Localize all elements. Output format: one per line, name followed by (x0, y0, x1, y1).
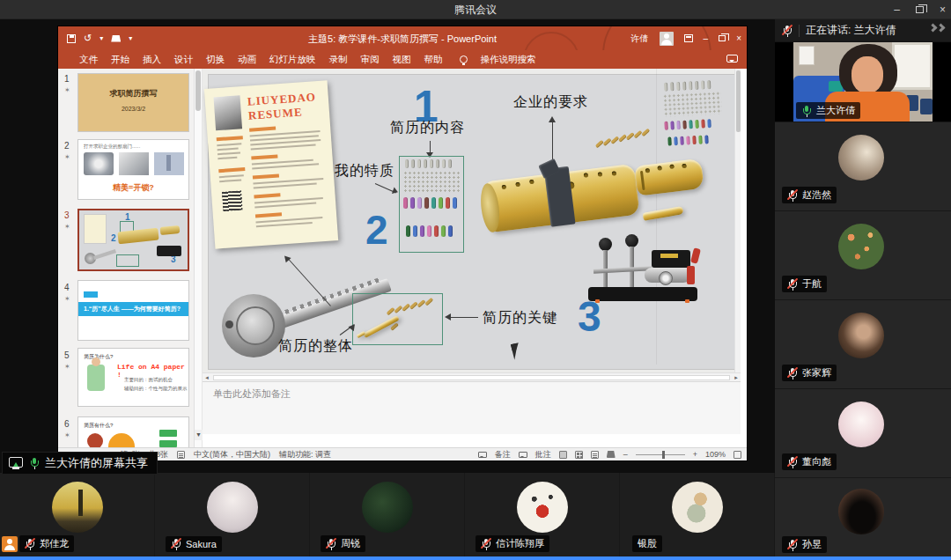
participant-tile[interactable]: 赵浩然 (775, 122, 951, 210)
participant-tile[interactable]: Sakura (155, 473, 310, 556)
save-icon[interactable] (67, 34, 76, 43)
tab-review[interactable]: 审阅 (361, 54, 380, 66)
minimize-icon[interactable]: – (894, 4, 900, 16)
comments-toggle[interactable]: 批注 (535, 449, 551, 461)
slide-thumb-4[interactable]: 1.“历”尽人生 ——为何需要好简历? (77, 280, 189, 341)
speaking-label: 正在讲话: 兰大许倩 (806, 23, 896, 38)
slide5-goal-2: 辅助目的：个性与能力的展示 (124, 386, 188, 392)
ppt-close-icon[interactable]: × (736, 33, 741, 43)
pin-box-key (352, 293, 443, 345)
scroll-down-button[interactable]: ▼ (195, 430, 203, 440)
mic-muted-icon (171, 538, 181, 550)
slide1-title: 求职简历撰写 (78, 88, 188, 99)
language-status[interactable]: 中文(简体，中国大陆) (194, 449, 270, 461)
slide-horizontal-scrollbar[interactable]: ◂ ▸ (203, 372, 741, 381)
colored-pins-row (402, 197, 458, 213)
fit-to-window-icon[interactable] (734, 451, 741, 459)
tab-home[interactable]: 开始 (111, 54, 129, 66)
participant-tile[interactable]: 于航 (775, 210, 951, 299)
participant-tile[interactable]: 周锐 (310, 473, 465, 556)
notes-pane[interactable]: 单击此处添加备注 (203, 381, 741, 434)
slide-number: 6 (64, 419, 70, 429)
slide6-green-box (159, 430, 177, 437)
tab-help[interactable]: 帮助 (424, 54, 443, 66)
slide-thumb-3-selected[interactable]: 1 2 3 (77, 209, 189, 271)
lock-plug (633, 152, 708, 201)
slide-vertical-scrollbar[interactable] (734, 69, 741, 372)
participant-name: 于航 (802, 277, 822, 291)
spellcheck-icon[interactable] (177, 451, 185, 459)
number-2: 2 (365, 210, 388, 250)
slide-thumb-6[interactable]: 简历有什么? (77, 416, 189, 447)
zoom-level[interactable]: 109% (705, 450, 726, 459)
ppt-statusbar: 第3张，共8张 中文(简体，中国大陆) 辅助功能: 调查 备注 批注 – (58, 447, 747, 461)
mic-active-icon (29, 457, 40, 469)
ppt-minimize-icon[interactable]: – (704, 33, 709, 43)
restore-icon[interactable] (916, 6, 924, 13)
accessibility-status[interactable]: 辅助功能: 调查 (279, 449, 331, 461)
tab-view[interactable]: 视图 (393, 54, 411, 66)
tab-slideshow[interactable]: 幻灯片放映 (269, 54, 316, 66)
tab-insert[interactable]: 插入 (143, 54, 161, 66)
panel-scrollbar[interactable]: ▼ (195, 69, 203, 447)
animation-star-icon: ✶ (64, 363, 70, 371)
view-normal-button[interactable] (559, 451, 567, 459)
slide-number: 3 (64, 210, 70, 220)
tab-animations[interactable]: 动画 (238, 54, 256, 66)
slide-thumb-2[interactable]: 打开求职企业的那扇门...... 精美=开锁? (77, 139, 189, 200)
my-mic-muted-icon[interactable] (782, 25, 792, 37)
slide2-caption: 精美=开锁? (78, 182, 188, 194)
undo-icon[interactable]: ↺ (84, 33, 92, 43)
chevron-right-icon (937, 24, 946, 33)
mic-muted-icon (787, 367, 798, 379)
avatar (838, 135, 884, 181)
mic-muted-icon (481, 538, 491, 550)
notes-toggle[interactable]: 备注 (495, 449, 511, 461)
zoom-out-button[interactable]: – (623, 450, 628, 459)
resume-title: RESUME (248, 105, 304, 122)
tab-transitions[interactable]: 切换 (206, 54, 225, 66)
colored-pins-row (404, 225, 453, 241)
tab-design[interactable]: 设计 (174, 54, 193, 66)
slide-number: 5 (64, 350, 70, 360)
view-slideshow-button[interactable] (607, 451, 616, 458)
account-name[interactable]: 许倩 (631, 33, 649, 45)
tab-record[interactable]: 录制 (329, 54, 348, 66)
ppt-titlebar: ↺ ▾ ▾ 主题5: 教学课件-求职简历撰写 - PowerPoint 许倩 –… (58, 26, 747, 50)
bottom-participant-strip: 郑佳龙 Sakura 周锐 (0, 473, 775, 556)
account-avatar[interactable] (660, 32, 674, 46)
slide-thumb-1[interactable]: 求职简历撰写 2023/3/2 (77, 73, 189, 132)
customize-qat-icon[interactable]: ▾ (129, 34, 132, 42)
ppt-restore-icon[interactable] (719, 35, 726, 41)
lock-face-image (84, 152, 114, 175)
notes-toggle-icon (478, 452, 487, 458)
view-sorter-button[interactable] (575, 451, 583, 459)
tell-me-search[interactable]: 操作说明搜索 (481, 54, 536, 66)
chevron-down-icon[interactable]: ▾ (100, 34, 103, 42)
view-reading-button[interactable] (591, 451, 599, 459)
resume-image: LIUYEDAO RESUME (204, 80, 338, 248)
pin-rod-image (119, 152, 149, 175)
slide5-person-image (87, 365, 105, 391)
start-slideshow-icon[interactable] (111, 35, 121, 42)
resume-photo (213, 95, 242, 130)
zoom-slider[interactable] (636, 454, 685, 455)
comments-icon[interactable] (726, 55, 738, 63)
speaker-video-tile[interactable]: 兰大许倩 (775, 42, 951, 122)
collapse-sidebar-button[interactable] (930, 25, 944, 31)
participant-tile[interactable]: 信计陈翔厚 (465, 473, 620, 556)
slide-canvas[interactable]: LIUYEDAO RESUME (203, 69, 741, 372)
close-icon[interactable]: × (940, 4, 946, 16)
participant-tile[interactable]: 银殷 (620, 473, 775, 556)
slide-thumb-5[interactable]: 简历为什么? Life on A4 paper ! 主要目的：面试的机会 辅助目… (77, 348, 189, 407)
participant-tile[interactable]: 董向彪 (775, 388, 951, 477)
ribbon-display-icon[interactable] (684, 34, 693, 42)
participant-tile[interactable]: 张家辉 (775, 299, 951, 388)
zoom-in-button[interactable]: + (693, 450, 697, 459)
label-resume-whole: 简历的整体 (278, 337, 353, 356)
key-cutting-machine (588, 243, 703, 303)
tab-file[interactable]: 文件 (79, 54, 98, 66)
mic-muted-icon (787, 539, 798, 551)
participant-tile[interactable]: 孙昱 (775, 477, 951, 560)
participant-tile[interactable]: 郑佳龙 (0, 473, 155, 556)
